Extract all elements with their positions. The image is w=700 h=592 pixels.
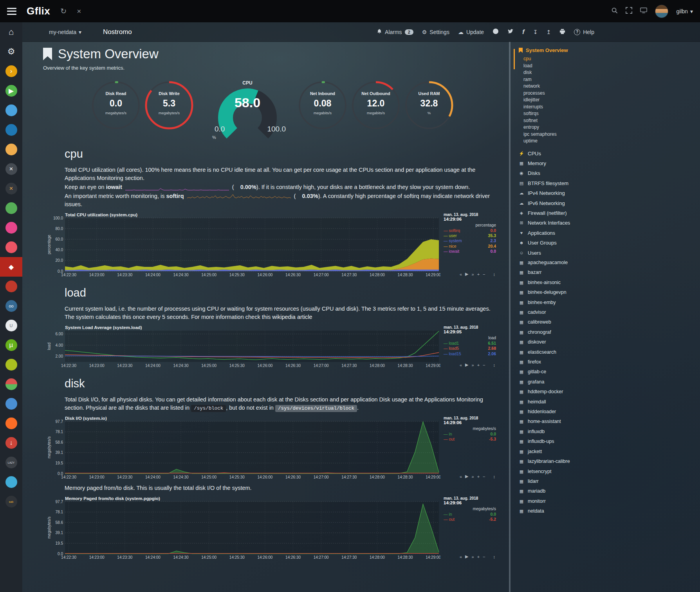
chart-play-icon[interactable]: ▶ <box>465 272 468 277</box>
load-chart-block[interactable]: System Load Average (system.load)2.004.0… <box>47 325 497 369</box>
menu-section-users[interactable]: ☺Users <box>519 248 613 258</box>
menu-app-apacheguacamole[interactable]: ▦apacheguacamole <box>519 258 613 268</box>
menu-app-firefox[interactable]: ▦firefox <box>519 357 613 367</box>
legend-item-load5[interactable]: — load52.68 <box>444 346 496 351</box>
disk-chart-block[interactable]: Disk I/O (system.io)0.019.539.158.678.19… <box>47 416 497 480</box>
menu-section-memory[interactable]: ▦Memory <box>519 158 613 168</box>
sidebar-app-app-window[interactable] <box>0 394 22 414</box>
chart-forward-icon[interactable]: » <box>472 474 474 479</box>
menu-app-letsencrypt[interactable]: ▦letsencrypt <box>519 467 613 477</box>
cpu-gauge[interactable]: CPU 58.0 0.0 100.0 % <box>208 80 287 139</box>
sidebar-app-app-download[interactable]: ↓ <box>0 433 22 453</box>
menu-app-netdata[interactable]: ▦netdata <box>519 506 613 516</box>
menu-app-monitorr[interactable]: ▦monitorr <box>519 497 613 506</box>
sidebar-app-app-dark[interactable]: × <box>0 179 22 198</box>
menu-sub-softirqs[interactable]: softirqs <box>519 110 613 117</box>
menu-system-overview[interactable]: System Overview <box>519 47 613 53</box>
menu-app-calibreweb[interactable]: ▦calibreweb <box>519 317 613 327</box>
menu-sub-load[interactable]: load <box>519 63 613 70</box>
legend-item-in[interactable]: — in0.0 <box>444 512 496 517</box>
menu-app-home-assistant[interactable]: ▦home-assistant <box>519 417 613 426</box>
menu-app-influxdb-ups[interactable]: ▦influxdb-ups <box>519 437 613 446</box>
iowait-sparkline[interactable] <box>125 185 229 191</box>
chart-play-icon[interactable]: ▶ <box>465 554 468 559</box>
chart-forward-icon[interactable]: » <box>472 363 474 367</box>
chart-forward-icon[interactable]: » <box>472 272 474 277</box>
search-icon[interactable] <box>611 7 618 15</box>
sidebar-app-sabnzbd[interactable]: sab <box>0 492 22 511</box>
softirq-sparkline[interactable] <box>187 194 291 200</box>
menu-sub-interrupts[interactable]: interrupts <box>519 104 613 111</box>
legend-item-nice[interactable]: — nice20.4 <box>444 244 496 249</box>
github-button[interactable] <box>493 28 499 36</box>
menu-app-lazylibrarian-calibre[interactable]: ▦lazylibrarian-calibre <box>519 457 613 466</box>
sidebar-app-app-green[interactable] <box>0 198 22 218</box>
sidebar-app-app-pink[interactable] <box>0 218 22 238</box>
avatar[interactable] <box>655 5 668 18</box>
menu-sub-entropy[interactable]: entropy <box>519 124 613 131</box>
menu-sub-uptime[interactable]: uptime <box>519 138 613 145</box>
chart-backward-icon[interactable]: « <box>460 474 462 479</box>
chart-backward-icon[interactable]: « <box>460 554 462 559</box>
chart-plot[interactable]: 2.004.006.0014:22:3014:23:0014:23:3014:2… <box>47 325 440 369</box>
chart-plot[interactable]: 0.020.040.060.080.0100.014:22:3014:23:00… <box>47 212 440 278</box>
chart-resize-handle[interactable]: ↕ <box>493 272 496 277</box>
legend-item-softirq[interactable]: — softirq0.0 <box>444 228 496 233</box>
menu-sub-softnet[interactable]: softnet <box>519 117 613 124</box>
chart-zoom-out-icon[interactable]: − <box>483 363 485 367</box>
menu-app-diskover[interactable]: ▦diskover <box>519 337 613 347</box>
menu-section-firewall-netfilter-[interactable]: ◈Firewall (netfilter) <box>519 208 613 218</box>
menu-app-binhex-airsonic[interactable]: ▦binhex-airsonic <box>519 278 613 288</box>
legend-item-in[interactable]: — in0.0 <box>444 432 496 437</box>
chart-zoom-in-icon[interactable]: + <box>477 363 480 367</box>
sidebar-app-app-lime[interactable] <box>0 355 22 374</box>
refresh-icon[interactable]: ↻ <box>60 7 67 15</box>
chart-plot[interactable]: 0.019.539.158.678.197.714:22:3014:23:001… <box>47 416 440 480</box>
settings-button[interactable]: ⚙ Settings <box>422 29 449 35</box>
sidebar-app-plex[interactable]: › <box>0 61 22 81</box>
facebook-button[interactable]: f <box>522 28 525 36</box>
menu-section-applications[interactable]: ♥Applications <box>519 228 613 238</box>
chart-zoom-in-icon[interactable]: + <box>477 554 480 559</box>
menu-app-hiddenloader[interactable]: ▦hiddenloader <box>519 407 613 417</box>
chart-play-icon[interactable]: ▶ <box>465 474 468 479</box>
sidebar-app-ombi[interactable] <box>0 238 22 257</box>
sidebar-app-app-red[interactable] <box>0 277 22 296</box>
menu-section-user-groups[interactable]: ☻User Groups <box>519 238 613 248</box>
sidebar-app-utorrent[interactable]: µ <box>0 335 22 355</box>
legend-item-out[interactable]: — out-5.3 <box>444 437 496 442</box>
fullscreen-icon[interactable] <box>626 7 632 15</box>
sidebar-app-gitlab[interactable] <box>0 414 22 433</box>
chart-zoom-out-icon[interactable]: − <box>483 554 485 559</box>
menu-app-bazarr[interactable]: ▦bazarr <box>519 268 613 277</box>
menu-section-network-interfaces[interactable]: ⊞Network Interfaces <box>519 218 613 228</box>
hamburger-menu-icon[interactable] <box>7 8 16 15</box>
chart-resize-handle[interactable]: ↕ <box>493 474 496 479</box>
menu-section-disks[interactable]: ◉Disks <box>519 168 613 178</box>
menu-sub-disk[interactable]: disk <box>519 69 613 76</box>
menu-app-elasticsearch[interactable]: ▦elasticsearch <box>519 347 613 357</box>
sidebar-app-lazylibrarian[interactable]: LAZY <box>0 453 22 472</box>
legend-item-user[interactable]: — user35.3 <box>444 233 496 238</box>
menu-app-binhex-emby[interactable]: ▦binhex-emby <box>519 298 613 308</box>
sidebar-app-ubooquity[interactable]: U <box>0 316 22 335</box>
host-dropdown[interactable]: my-netdata ▾ <box>49 29 81 35</box>
menu-sub-ram[interactable]: ram <box>519 76 613 83</box>
twitter-button[interactable] <box>507 28 514 36</box>
user-menu[interactable]: gilbn ▾ <box>676 8 693 14</box>
wikipedia-link[interactable]: wikipedia article <box>272 314 312 320</box>
sidebar-app-deluge[interactable]: oo <box>0 296 22 316</box>
sidebar-app-emby[interactable]: ▶ <box>0 81 22 101</box>
menu-app-influxdb[interactable]: ▦influxdb <box>519 427 613 437</box>
chart-plot[interactable]: 0.019.539.158.678.197.714:22:3014:23:001… <box>47 496 440 560</box>
chart-play-icon[interactable]: ▶ <box>465 362 468 367</box>
menu-section-cpus[interactable]: ⚡CPUs <box>519 149 613 158</box>
menu-app-grafana[interactable]: ▦grafana <box>519 377 613 387</box>
menu-app-hddtemp-docker[interactable]: ▦hddtemp-docker <box>519 387 613 397</box>
sidebar-app-settings[interactable]: ⚙ <box>0 42 22 61</box>
chart-resize-handle[interactable]: ↕ <box>493 554 496 559</box>
gauge-net-inbound[interactable]: Net Inbound0.08megabits/s <box>298 80 348 130</box>
chart-forward-icon[interactable]: » <box>472 554 474 559</box>
menu-sub-network[interactable]: network <box>519 83 613 90</box>
chart-backward-icon[interactable]: « <box>460 272 462 277</box>
